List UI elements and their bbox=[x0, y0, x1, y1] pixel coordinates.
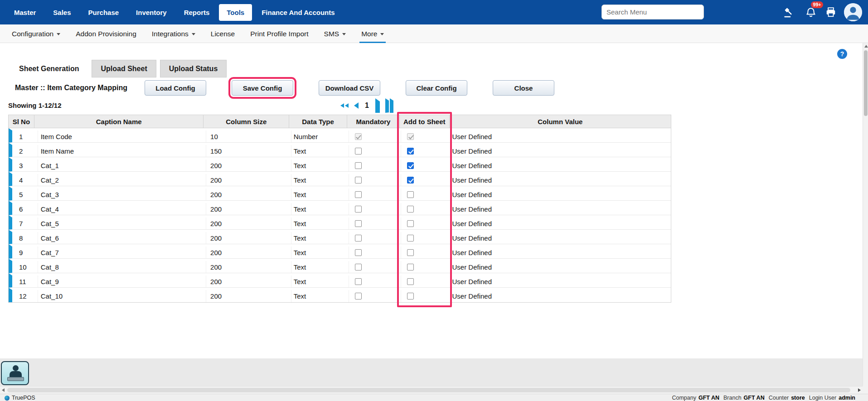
prev-page-button[interactable] bbox=[354, 102, 359, 109]
vertical-scrollbar-thumb[interactable] bbox=[864, 50, 868, 116]
auction-gavel-icon[interactable] bbox=[783, 6, 795, 18]
mandatory-checkbox bbox=[355, 133, 362, 140]
cell-column-size: 200 bbox=[206, 159, 291, 171]
cell-column-value: User Defined bbox=[451, 217, 671, 229]
subnav-item-configuration[interactable]: Configuration bbox=[12, 24, 60, 43]
last-page-button[interactable] bbox=[385, 98, 393, 113]
subnav-item-license[interactable]: License bbox=[211, 24, 235, 43]
add-to-sheet-checkbox[interactable] bbox=[407, 278, 414, 285]
subnav-item-print-profile-import[interactable]: Print Profile Import bbox=[250, 24, 308, 43]
current-page-number[interactable]: 1 bbox=[364, 101, 370, 110]
load-config-button[interactable]: Load Config bbox=[145, 80, 206, 96]
mandatory-checkbox[interactable] bbox=[355, 264, 362, 271]
subnav-item-integrations[interactable]: Integrations bbox=[152, 24, 195, 43]
scroll-left-arrow-icon[interactable] bbox=[2, 388, 5, 392]
mandatory-checkbox[interactable] bbox=[355, 148, 362, 155]
mandatory-checkbox[interactable] bbox=[355, 177, 362, 184]
add-to-sheet-checkbox[interactable] bbox=[407, 293, 414, 300]
subnav-item-sms[interactable]: SMS bbox=[324, 24, 346, 43]
download-csv-button[interactable]: Download CSV bbox=[319, 80, 380, 96]
tab-sheet-generation[interactable]: Sheet Generation bbox=[10, 60, 88, 77]
mandatory-checkbox[interactable] bbox=[355, 235, 362, 242]
printer-icon[interactable] bbox=[825, 6, 837, 18]
notification-count-badge: 99+ bbox=[811, 1, 823, 8]
close-button[interactable]: Close bbox=[493, 80, 554, 96]
tab-upload-status[interactable]: Upload Status bbox=[160, 60, 227, 77]
clear-config-button[interactable]: Clear Config bbox=[406, 80, 467, 96]
double-left-arrow-icon bbox=[345, 103, 349, 108]
topnav-item-inventory[interactable]: Inventory bbox=[128, 4, 175, 21]
user-avatar-icon bbox=[844, 3, 862, 21]
table-row: 11Cat_9200TextUser Defined bbox=[9, 273, 671, 288]
mandatory-checkbox[interactable] bbox=[355, 249, 362, 256]
cell-column-value: User Defined bbox=[451, 261, 671, 273]
topnav-item-purchase[interactable]: Purchase bbox=[81, 4, 127, 21]
column-header-add-to-sheet: Add to Sheet bbox=[400, 115, 450, 128]
footer-field-value-counter: store bbox=[791, 395, 805, 401]
subnav-item-addon-provisioning[interactable]: Addon Provisioning bbox=[76, 24, 136, 43]
cell-column-size: 200 bbox=[206, 246, 291, 258]
topnav-item-tools[interactable]: Tools bbox=[219, 4, 252, 21]
cell-add-to-sheet bbox=[401, 275, 451, 287]
table-row: 3Cat_1200TextUser Defined bbox=[9, 157, 671, 172]
cell-caption: Item Name bbox=[38, 145, 206, 157]
chevron-down-icon bbox=[342, 33, 346, 35]
add-to-sheet-checkbox[interactable] bbox=[407, 264, 414, 271]
cell-caption: Cat_3 bbox=[38, 188, 206, 200]
tab-upload-sheet[interactable]: Upload Sheet bbox=[92, 60, 156, 77]
cell-add-to-sheet bbox=[401, 246, 451, 258]
footer-field-label-login-user: Login User bbox=[809, 395, 836, 401]
topnav-item-sales[interactable]: Sales bbox=[45, 4, 78, 21]
next-page-button[interactable] bbox=[375, 98, 380, 113]
add-to-sheet-checkbox[interactable] bbox=[407, 235, 414, 242]
first-page-button[interactable] bbox=[340, 103, 349, 108]
table-row: 9Cat_7200TextUser Defined bbox=[9, 244, 671, 259]
cell-column-size: 150 bbox=[206, 145, 291, 157]
help-button[interactable]: ? bbox=[837, 49, 847, 59]
topnav-item-reports[interactable]: Reports bbox=[176, 4, 218, 21]
mandatory-checkbox[interactable] bbox=[355, 191, 362, 198]
search-input[interactable] bbox=[601, 5, 704, 19]
cell-caption: Cat_5 bbox=[38, 217, 206, 229]
subnav-item-label: Print Profile Import bbox=[250, 30, 308, 38]
chevron-down-icon bbox=[380, 33, 384, 35]
vertical-scrollbar[interactable] bbox=[863, 43, 868, 394]
scroll-up-arrow-icon[interactable] bbox=[864, 45, 868, 48]
cell-mandatory bbox=[349, 130, 401, 142]
mandatory-checkbox[interactable] bbox=[355, 206, 362, 213]
table-row: 4Cat_2200TextUser Defined bbox=[9, 172, 671, 186]
column-header-column-value: Column Value bbox=[450, 115, 671, 128]
add-to-sheet-checkbox[interactable] bbox=[407, 220, 414, 227]
topnav-item-master[interactable]: Master bbox=[6, 4, 44, 21]
subnav-item-label: SMS bbox=[324, 30, 339, 38]
mandatory-checkbox[interactable] bbox=[355, 278, 362, 285]
truepos-mascot-icon[interactable] bbox=[1, 361, 29, 385]
add-to-sheet-checkbox[interactable] bbox=[407, 191, 414, 198]
horizontal-scrollbar-thumb[interactable] bbox=[7, 388, 850, 392]
user-avatar[interactable] bbox=[844, 3, 862, 21]
topnav-item-finance-and-accounts[interactable]: Finance And Accounts bbox=[254, 4, 342, 21]
scroll-right-arrow-icon[interactable] bbox=[858, 388, 861, 392]
truepos-logo-icon bbox=[5, 396, 10, 401]
save-config-button[interactable]: Save Config bbox=[232, 80, 293, 96]
subnav-item-more[interactable]: More bbox=[361, 24, 384, 43]
footer-field-label-branch: Branch bbox=[723, 395, 742, 401]
mandatory-checkbox[interactable] bbox=[355, 220, 362, 227]
add-to-sheet-checkbox[interactable] bbox=[407, 249, 414, 256]
mandatory-checkbox[interactable] bbox=[355, 162, 362, 169]
cell-add-to-sheet bbox=[401, 217, 451, 229]
add-to-sheet-checkbox[interactable] bbox=[407, 206, 414, 213]
add-to-sheet-checkbox[interactable] bbox=[407, 148, 414, 155]
add-to-sheet-checkbox[interactable] bbox=[407, 162, 414, 169]
add-to-sheet-checkbox[interactable] bbox=[407, 177, 414, 184]
cell-column-size: 200 bbox=[206, 261, 291, 273]
cell-caption: Cat_10 bbox=[38, 290, 206, 302]
data-table: Sl NoCaption NameColumn SizeData TypeMan… bbox=[8, 115, 671, 303]
right-arrow-icon bbox=[375, 98, 380, 113]
cell-data-type: Number bbox=[291, 130, 349, 142]
cell-mandatory bbox=[349, 145, 401, 157]
cell-sl-no: 11 bbox=[12, 275, 38, 287]
horizontal-scrollbar[interactable] bbox=[0, 386, 863, 394]
mandatory-checkbox[interactable] bbox=[355, 293, 362, 300]
column-header-data-type: Data Type bbox=[289, 115, 347, 128]
